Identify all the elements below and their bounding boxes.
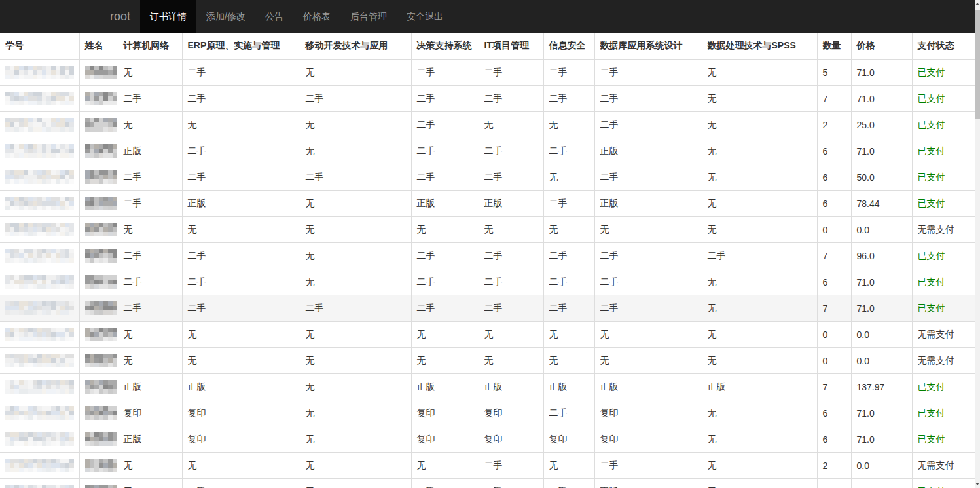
cell-name [79,374,118,400]
cell-quantity: 7 [817,295,851,322]
cell-book-0: 无 [118,112,182,138]
scroll-down-button[interactable] [975,480,980,488]
redacted-text [85,301,117,315]
nav-item-5[interactable]: 安全退出 [397,0,453,33]
cell-book-5: 正版 [543,374,594,400]
redacted-text [85,66,117,79]
cell-quantity: 0 [817,217,851,243]
cell-name [79,295,118,322]
scrollbar-thumb[interactable] [975,10,980,119]
table-row: 无无无无无无无无00.0无需支付 [0,348,975,374]
column-header-1: 姓名 [79,33,118,60]
redacted-text [85,459,117,472]
cell-quantity: 6 [817,400,851,426]
cell-book-3: 二手 [411,112,479,138]
redacted-text [85,380,117,394]
cell-price: 71.0 [851,295,912,322]
cell-name [79,191,118,217]
cell-quantity: 0 [817,348,851,374]
cell-book-7: 无 [702,269,817,295]
table-row: 无二手无二手二手二手正版无571.0已支付 [0,479,975,488]
nav-item-1[interactable]: 添加/修改 [196,0,255,33]
cell-name [79,269,118,295]
cell-book-0: 无 [118,348,182,374]
table-row: 二手二手二手二手二手二手二手无771.0已支付 [0,295,975,322]
cell-book-0: 无 [118,217,182,243]
redacted-text [85,144,117,158]
redacted-text [5,354,74,367]
cell-student-id [0,348,79,374]
nav-item-4[interactable]: 后台管理 [340,0,397,33]
cell-payment-status: 已支付 [912,164,975,191]
redacted-text [85,92,117,105]
cell-book-1: 复印 [182,400,300,426]
nav-item-0[interactable]: 订书详情 [140,0,196,33]
table-row: 二手二手无二手二手二手二手无671.0已支付 [0,269,975,295]
cell-payment-status: 已支付 [912,479,975,488]
cell-book-5: 二手 [543,269,594,295]
vertical-scrollbar[interactable] [975,0,980,488]
cell-book-0: 二手 [118,86,182,112]
cell-book-5: 复印 [543,426,594,453]
cell-price: 0.0 [851,453,912,479]
navbar-brand[interactable]: root [100,0,140,33]
nav-item-3[interactable]: 价格表 [293,0,340,33]
cell-book-3: 复印 [411,400,479,426]
column-header-0: 学号 [0,33,79,60]
cell-book-2: 无 [300,453,411,479]
cell-book-7: 无 [702,295,817,322]
cell-book-3: 二手 [411,86,479,112]
cell-name [79,60,118,86]
cell-payment-status: 无需支付 [912,322,975,348]
column-header-10: 数量 [817,33,851,60]
cell-price: 78.44 [851,191,912,217]
redacted-text [5,197,74,210]
cell-book-6: 二手 [594,295,702,322]
cell-book-0: 复印 [118,400,182,426]
cell-book-5: 无 [543,453,594,479]
cell-payment-status: 已支付 [912,60,975,86]
redacted-text [5,459,74,472]
cell-book-2: 无 [300,400,411,426]
redacted-text [85,275,117,289]
cell-book-2: 无 [300,217,411,243]
cell-book-6: 正版 [594,191,702,217]
redacted-text [85,197,117,210]
column-header-5: 决策支持系统 [411,33,479,60]
cell-book-7: 无 [702,112,817,138]
cell-name [79,453,118,479]
redacted-text [5,92,74,105]
cell-book-0: 正版 [118,374,182,400]
cell-book-2: 无 [300,191,411,217]
cell-book-1: 正版 [182,374,300,400]
redacted-text [5,485,74,488]
table-header-row: 学号姓名计算机网络ERP原理、实施与管理移动开发技术与应用决策支持系统IT项目管… [0,33,975,60]
cell-book-5: 无 [543,322,594,348]
navbar-container: root 订书详情添加/修改公告价格表后台管理安全退出 [100,0,975,33]
scroll-up-button[interactable] [975,0,980,8]
redacted-text [85,328,117,341]
cell-book-4: 二手 [479,295,543,322]
cell-book-2: 无 [300,348,411,374]
cell-book-0: 正版 [118,426,182,453]
redacted-text [5,406,74,420]
redacted-text [5,144,74,158]
cell-book-3: 正版 [411,191,479,217]
cell-payment-status: 已支付 [912,400,975,426]
scroll-down-icon [975,483,979,485]
cell-student-id [0,112,79,138]
cell-book-7: 无 [702,453,817,479]
cell-student-id [0,164,79,191]
cell-price: 96.0 [851,243,912,269]
cell-book-4: 二手 [479,164,543,191]
cell-book-0: 正版 [118,138,182,164]
cell-book-1: 无 [182,348,300,374]
cell-book-7: 无 [702,217,817,243]
table-row: 二手二手二手二手二手二手二手无771.0已支付 [0,86,975,112]
cell-book-4: 二手 [479,453,543,479]
cell-book-0: 二手 [118,191,182,217]
cell-book-6: 正版 [594,138,702,164]
redacted-text [85,170,117,184]
cell-book-5: 二手 [543,479,594,488]
nav-item-2[interactable]: 公告 [255,0,293,33]
